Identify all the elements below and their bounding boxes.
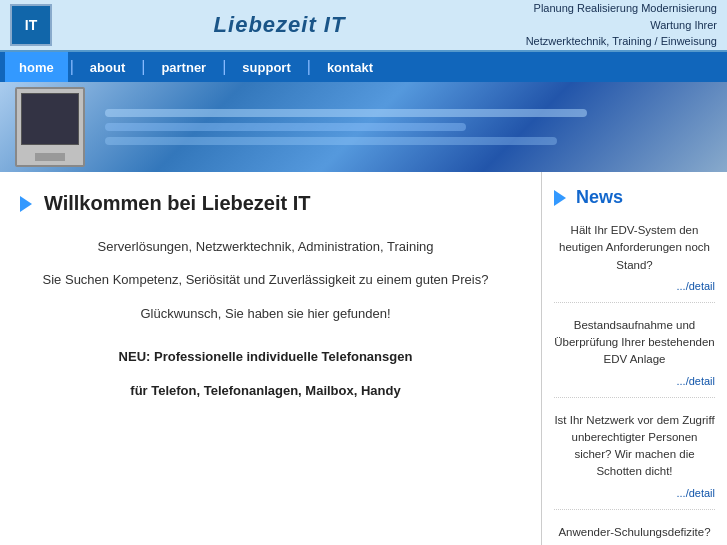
news-item-4-text: Anwender-Schulungsdefizite? Wir schulen … xyxy=(554,524,715,546)
banner-line xyxy=(105,137,557,145)
news-item-1-text: Hält Ihr EDV-System den heutigen Anforde… xyxy=(554,222,715,274)
nav-separator: | xyxy=(305,58,313,76)
tagline-text: Planung Realisierung Modernisierung Wart… xyxy=(526,2,717,47)
sidebar-news-title: News xyxy=(554,187,715,208)
banner-line xyxy=(105,123,466,131)
nav-home[interactable]: home xyxy=(5,52,68,82)
news-arrow-icon xyxy=(554,190,566,206)
banner-decoration xyxy=(85,99,727,155)
neu-block: NEU: Professionelle individuelle Telefon… xyxy=(20,345,511,402)
news-item-4: Anwender-Schulungsdefizite? Wir schulen … xyxy=(554,524,715,546)
content-line3: Glückwunsch, Sie haben sie hier gefunden… xyxy=(20,302,511,325)
banner xyxy=(0,82,727,172)
news-item-2-text: Bestandsaufnahme und Überprüfung Ihrer b… xyxy=(554,317,715,369)
banner-computer-graphic xyxy=(15,87,85,167)
nav-separator: | xyxy=(139,58,147,76)
logo-text: IT xyxy=(25,17,37,33)
news-item-1-detail[interactable]: .../detail xyxy=(554,280,715,292)
content-line2: Sie Suchen Kompetenz, Seriösität und Zuv… xyxy=(20,268,511,291)
nav-about[interactable]: about xyxy=(76,52,139,82)
content-area: Willkommen bei Liebezeit IT Serverlösung… xyxy=(0,172,542,545)
nav-support[interactable]: support xyxy=(228,52,304,82)
neu-label: NEU: Professionelle individuelle Telefon… xyxy=(20,345,511,368)
sidebar: News Hält Ihr EDV-System den heutigen An… xyxy=(542,172,727,545)
news-item-2-detail[interactable]: .../detail xyxy=(554,375,715,387)
nav-kontakt[interactable]: kontakt xyxy=(313,52,387,82)
header: IT Liebezeit IT Planung Realisierung Mod… xyxy=(0,0,727,52)
news-item-2: Bestandsaufnahme und Überprüfung Ihrer b… xyxy=(554,317,715,398)
content-title: Willkommen bei Liebezeit IT xyxy=(20,192,511,215)
content-body: Serverlösungen, Netzwerktechnik, Adminis… xyxy=(20,235,511,402)
main-content: Willkommen bei Liebezeit IT Serverlösung… xyxy=(0,172,727,545)
neu-sub: für Telefon, Telefonanlagen, Mailbox, Ha… xyxy=(20,379,511,402)
nav-separator: | xyxy=(220,58,228,76)
navbar: home | about | partner | support | konta… xyxy=(0,52,727,82)
content-line1: Serverlösungen, Netzwerktechnik, Adminis… xyxy=(20,235,511,258)
news-item-3-detail[interactable]: .../detail xyxy=(554,487,715,499)
news-item-3-text: Ist Ihr Netzwerk vor dem Zugriff unberec… xyxy=(554,412,715,481)
nav-separator: | xyxy=(68,58,76,76)
news-item-3: Ist Ihr Netzwerk vor dem Zugriff unberec… xyxy=(554,412,715,510)
content-title-text: Willkommen bei Liebezeit IT xyxy=(44,192,311,215)
sidebar-title-text: News xyxy=(576,187,623,208)
tagline: Planung Realisierung Modernisierung Wart… xyxy=(497,0,717,50)
news-item-1: Hält Ihr EDV-System den heutigen Anforde… xyxy=(554,222,715,303)
arrow-icon xyxy=(20,196,32,212)
nav-partner[interactable]: partner xyxy=(147,52,220,82)
banner-line xyxy=(105,109,587,117)
site-title: Liebezeit IT xyxy=(62,12,497,38)
logo: IT xyxy=(10,4,52,46)
